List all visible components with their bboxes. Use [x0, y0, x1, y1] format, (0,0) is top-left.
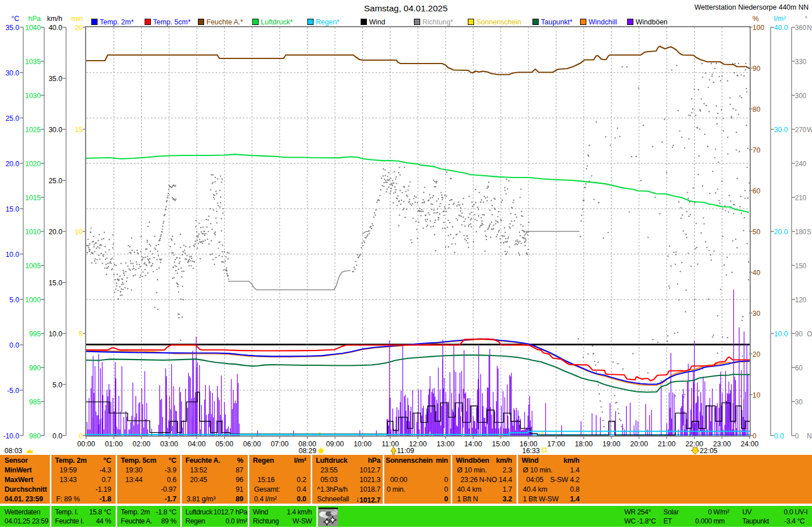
svg-text:20.0: 20.0 [6, 160, 19, 168]
svg-text:16:33: 16:33 [522, 447, 540, 455]
svg-text:-10.0: -10.0 [3, 432, 20, 440]
svg-text:40.0: 40.0 [774, 24, 788, 32]
svg-text:0: 0 [79, 432, 83, 440]
svg-text:15: 15 [75, 126, 83, 134]
svg-text:360: 360 [795, 24, 806, 32]
svg-text:1030: 1030 [25, 92, 41, 100]
svg-text:5: 5 [79, 330, 83, 338]
svg-text:25.0: 25.0 [49, 177, 62, 185]
svg-text:35.0: 35.0 [6, 24, 19, 32]
svg-text:150: 150 [795, 262, 806, 270]
svg-text:60: 60 [752, 187, 760, 195]
svg-text:N: N [807, 24, 812, 32]
svg-text:35.0: 35.0 [49, 75, 62, 83]
svg-text:km/h: km/h [47, 15, 62, 23]
svg-text:15:00: 15:00 [492, 440, 510, 448]
svg-text:20.0: 20.0 [774, 228, 788, 236]
svg-text:10.0: 10.0 [774, 330, 788, 338]
svg-text:70: 70 [752, 146, 760, 154]
svg-text:20: 20 [75, 24, 83, 32]
svg-text:5.0: 5.0 [53, 381, 62, 389]
svg-text:40: 40 [752, 269, 760, 277]
svg-text:30: 30 [752, 310, 760, 318]
svg-text:240: 240 [795, 160, 806, 168]
svg-text:20: 20 [752, 350, 760, 358]
svg-text:0.0: 0.0 [53, 432, 62, 440]
svg-text:40.0: 40.0 [49, 24, 62, 32]
svg-text:24:00: 24:00 [741, 440, 758, 448]
svg-text:330: 330 [795, 58, 806, 66]
svg-text:20:00: 20:00 [630, 440, 648, 448]
svg-text:1015: 1015 [25, 194, 41, 202]
svg-text:25.0: 25.0 [6, 115, 19, 123]
svg-text:90: 90 [752, 65, 760, 73]
svg-text:10: 10 [752, 391, 760, 399]
svg-text:hPa: hPa [28, 15, 41, 23]
svg-text:180: 180 [795, 228, 806, 236]
svg-text:1010: 1010 [25, 228, 41, 236]
svg-text:08:29: 08:29 [299, 447, 316, 455]
svg-text:09:00: 09:00 [326, 440, 344, 448]
svg-text:15.0: 15.0 [49, 279, 62, 287]
svg-text:22:05: 22:05 [700, 447, 717, 455]
svg-text:N: N [807, 432, 812, 440]
svg-text:60: 60 [795, 364, 803, 372]
svg-text:08:03: 08:03 [5, 447, 22, 455]
svg-text:995: 995 [29, 330, 41, 338]
svg-text:15.0: 15.0 [6, 205, 19, 213]
svg-text:11:00: 11:00 [382, 440, 399, 448]
svg-text:°C: °C [11, 15, 19, 23]
svg-text:min: min [71, 15, 83, 23]
svg-text:17:00: 17:00 [547, 440, 565, 448]
svg-text:11:09: 11:09 [397, 447, 414, 455]
svg-text:1005: 1005 [25, 262, 41, 270]
svg-text:07:00: 07:00 [271, 440, 289, 448]
svg-text:04:00: 04:00 [188, 440, 205, 448]
svg-text:14:00: 14:00 [464, 440, 482, 448]
svg-text:1035: 1035 [25, 58, 41, 66]
svg-text:13:00: 13:00 [437, 440, 454, 448]
svg-text:S: S [807, 228, 811, 236]
svg-text:0.0: 0.0 [10, 341, 19, 349]
svg-text:03:00: 03:00 [160, 440, 178, 448]
svg-text:02:00: 02:00 [133, 440, 150, 448]
svg-text:985: 985 [29, 398, 41, 406]
svg-text:00:00: 00:00 [77, 440, 95, 448]
svg-text:°: ° [805, 15, 807, 23]
svg-text:W: W [807, 126, 812, 134]
svg-text:21:00: 21:00 [658, 440, 675, 448]
svg-text:01:00: 01:00 [105, 440, 122, 448]
svg-text:210: 210 [795, 194, 806, 202]
svg-text:18:00: 18:00 [575, 440, 593, 448]
svg-text:1000: 1000 [25, 296, 41, 304]
svg-text:10: 10 [75, 228, 83, 236]
svg-text:-5.0: -5.0 [7, 387, 19, 395]
svg-text:30.0: 30.0 [774, 126, 788, 134]
svg-text:%: % [752, 15, 759, 23]
svg-text:300: 300 [795, 92, 806, 100]
svg-text:50: 50 [752, 228, 760, 236]
svg-text:O: O [807, 330, 812, 338]
svg-text:5.0: 5.0 [10, 296, 19, 304]
svg-text:05:00: 05:00 [215, 440, 233, 448]
svg-text:10.0: 10.0 [6, 251, 19, 259]
svg-text:0: 0 [795, 432, 799, 440]
svg-text:80: 80 [752, 105, 760, 113]
svg-text:19:00: 19:00 [603, 440, 620, 448]
svg-text:1020: 1020 [25, 160, 41, 168]
svg-text:980: 980 [29, 432, 41, 440]
svg-text:270: 270 [795, 126, 806, 134]
svg-text:990: 990 [29, 364, 41, 372]
svg-text:30.0: 30.0 [49, 126, 62, 134]
svg-text:120: 120 [795, 296, 806, 304]
svg-text:0.0: 0.0 [774, 432, 784, 440]
svg-text:30: 30 [795, 398, 803, 406]
svg-text:1025: 1025 [25, 126, 41, 134]
svg-text:l/m²: l/m² [774, 15, 786, 23]
svg-text:20.0: 20.0 [49, 228, 62, 236]
svg-text:100: 100 [752, 24, 764, 32]
svg-text:0: 0 [752, 432, 756, 440]
svg-text:1040: 1040 [25, 24, 41, 32]
svg-text:90: 90 [795, 330, 803, 338]
svg-text:06:00: 06:00 [243, 440, 261, 448]
